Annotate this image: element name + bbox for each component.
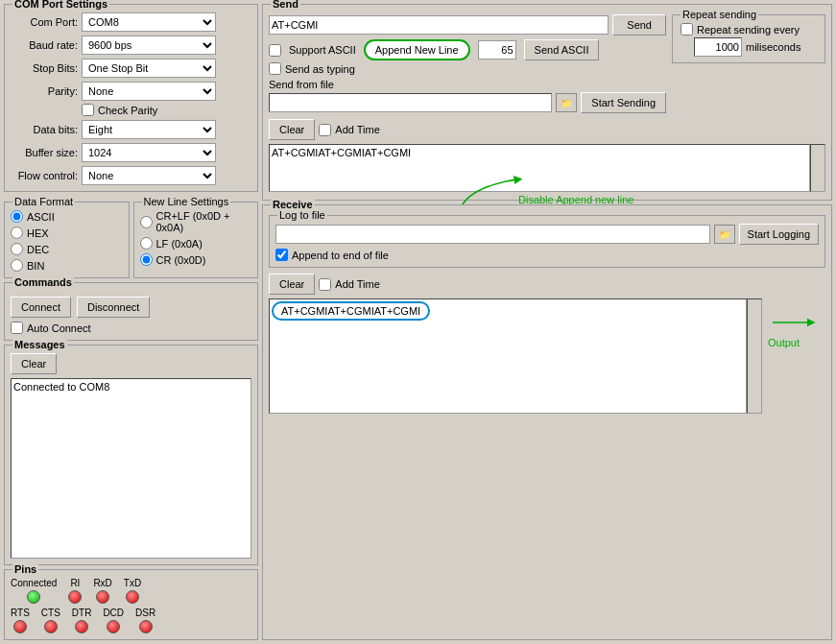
append-new-line-button[interactable]: Append New Line [364, 39, 470, 60]
crlf-label: CR+LF (0x0D + 0x0A) [156, 210, 252, 233]
com-port-title: COM Port Settings [12, 0, 109, 10]
receive-scrollbar[interactable] [747, 298, 762, 414]
newline-title: New Line Settings [142, 196, 231, 207]
connected-led [27, 590, 40, 604]
start-sending-button[interactable]: Start Sending [581, 92, 666, 113]
rts-pin-label: RTS [11, 608, 30, 618]
messages-content: Connected to COM8 [11, 378, 251, 559]
cr-label: CR (0x0D) [156, 254, 206, 266]
send-file-input[interactable] [269, 93, 552, 112]
ascii-value-input[interactable] [478, 40, 516, 60]
dec-radio[interactable] [11, 243, 23, 255]
receive-content-area: AT+CGMIAT+CGMIAT+CGMI [269, 298, 747, 414]
append-end-label: Append to end of file [292, 250, 389, 261]
dcd-pin-label: DCD [103, 608, 124, 618]
com-port-label: Com Port: [11, 16, 78, 28]
parity-label: Parity: [11, 85, 78, 97]
dtr-pin-label: DTR [72, 608, 92, 618]
append-end-checkbox[interactable] [275, 249, 288, 261]
repeat-sending-checkbox[interactable] [681, 23, 693, 36]
repeat-interval-input[interactable] [694, 37, 742, 57]
auto-connect-label: Auto Connect [27, 322, 91, 334]
log-title: Log to file [277, 209, 327, 221]
flow-control-select[interactable]: None [82, 166, 216, 185]
dec-label: DEC [27, 244, 49, 255]
lf-radio[interactable] [140, 237, 153, 250]
receive-clear-button[interactable]: Clear [269, 274, 315, 295]
repeat-sending-label: Repeat sending every [697, 24, 800, 36]
dsr-pin-label: DSR [135, 608, 155, 618]
send-add-time-checkbox[interactable] [319, 124, 331, 136]
com-port-select[interactable]: COM8 [82, 12, 216, 32]
baud-rate-select[interactable]: 9600 bps [82, 36, 216, 55]
rxd-pin-label: RxD [93, 578, 111, 588]
bin-radio[interactable] [11, 259, 23, 272]
ascii-radio[interactable] [11, 210, 23, 223]
ms-label: miliseconds [746, 41, 800, 53]
dsr-led [139, 620, 153, 633]
send-from-file-label: Send from file [269, 79, 334, 90]
receive-output-circle: AT+CGMIAT+CGMIAT+CGMI [272, 301, 430, 321]
start-logging-button[interactable]: Start Logging [739, 224, 819, 245]
send-clear-button[interactable]: Clear [269, 119, 315, 140]
hex-radio[interactable] [11, 227, 23, 239]
messages-clear-button[interactable]: Clear [11, 353, 57, 374]
lf-label: LF (0x0A) [156, 238, 203, 250]
cts-pin-label: CTS [41, 608, 60, 618]
buffer-size-label: Buffer size: [11, 147, 78, 158]
crlf-radio[interactable] [140, 216, 153, 228]
send-title: Send [271, 0, 300, 10]
support-ascii-checkbox[interactable] [269, 44, 281, 57]
commands-title: Commands [12, 276, 74, 288]
receive-add-time-checkbox[interactable] [319, 278, 331, 291]
check-parity-label: Check Parity [98, 105, 157, 116]
send-button[interactable]: Send [612, 14, 666, 36]
txd-pin-label: TxD [124, 578, 141, 588]
cts-led [44, 620, 58, 633]
send-as-typing-label: Send as typing [285, 63, 355, 75]
ascii-label: ASCII [27, 211, 55, 223]
ri-led [68, 590, 82, 604]
check-parity-checkbox[interactable] [82, 104, 94, 116]
stop-bits-label: Stop Bits: [11, 62, 78, 74]
pins-title: Pins [12, 563, 38, 575]
buffer-size-select[interactable]: 1024 [82, 143, 216, 162]
send-input[interactable] [269, 15, 609, 35]
connect-button[interactable]: Connect [11, 297, 71, 318]
data-bits-select[interactable]: Eight [82, 120, 216, 139]
repeat-sending-title: Repeat sending [681, 9, 758, 20]
log-browse-button[interactable]: 📁 [714, 225, 735, 244]
stop-bits-select[interactable]: One Stop Bit [82, 59, 216, 78]
flow-control-label: Flow control: [11, 170, 78, 181]
log-file-input[interactable] [275, 225, 710, 244]
bin-label: BIN [27, 260, 44, 272]
send-file-browse-button[interactable]: 📁 [556, 93, 577, 112]
rts-led [13, 620, 27, 633]
hex-label: HEX [27, 227, 49, 239]
messages-title: Messages [12, 339, 67, 350]
connected-pin-label: Connected [11, 578, 57, 588]
send-ascii-button[interactable]: Send ASCII [524, 39, 600, 60]
dtr-led [75, 620, 88, 633]
send-scrollbar[interactable] [810, 144, 825, 192]
dcd-led [107, 620, 120, 633]
support-ascii-label: Support ASCII [289, 44, 356, 56]
disconnect-button[interactable]: Disconnect [77, 297, 150, 318]
parity-select[interactable]: None [82, 82, 216, 101]
txd-led [126, 590, 139, 604]
output-arrow [768, 308, 825, 337]
data-format-title: Data Format [12, 196, 75, 207]
rxd-led [96, 590, 109, 604]
output-label: Output [768, 337, 825, 348]
receive-add-time-label: Add Time [335, 278, 379, 290]
ri-pin-label: RI [70, 578, 80, 588]
cr-radio[interactable] [140, 253, 153, 266]
data-bits-label: Data bits: [11, 124, 78, 135]
baud-rate-label: Baud rate: [11, 39, 78, 51]
send-add-time-label: Add Time [335, 124, 379, 135]
send-as-typing-checkbox[interactable] [269, 62, 281, 75]
auto-connect-checkbox[interactable] [11, 322, 23, 334]
